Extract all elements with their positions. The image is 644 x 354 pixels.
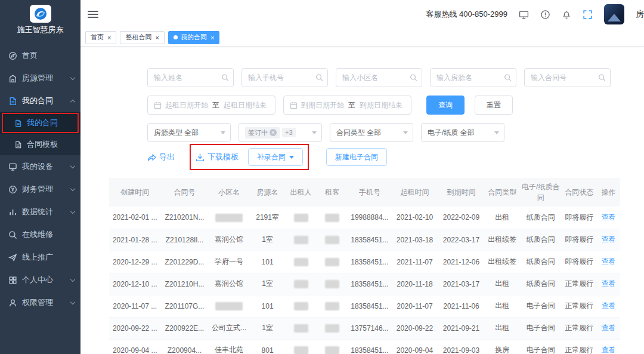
sidebar-item-label: 首页: [22, 50, 75, 61]
sidebar-item-promotion[interactable]: 线上推广: [0, 246, 80, 269]
supplement-contract-button[interactable]: 补录合同: [248, 148, 303, 166]
cell-action: 查看: [597, 339, 620, 354]
query-button[interactable]: 查询: [426, 96, 465, 115]
search-icon: [221, 74, 229, 82]
contract-type-select[interactable]: 合同类型 全部: [330, 123, 413, 142]
cell-medium: 纸质合同: [520, 229, 562, 251]
redacted-text: [294, 280, 308, 288]
view-link[interactable]: 查看: [601, 235, 615, 244]
tab-close-icon[interactable]: ×: [107, 34, 111, 41]
column-header-start: 起租时间: [391, 178, 438, 207]
redacted-text: [325, 302, 339, 310]
logo-icon: [30, 5, 51, 23]
monitor-icon[interactable]: [519, 10, 529, 20]
sidebar-item-finance[interactable]: 财务管理: [0, 178, 80, 201]
hamburger-icon[interactable]: [88, 11, 98, 18]
username-partial: 房: [636, 9, 644, 20]
tab-close-icon[interactable]: ×: [210, 34, 214, 41]
cell-type: 出租: [485, 273, 520, 295]
sidebar-item-property[interactable]: 房源管理: [0, 67, 80, 90]
redacted-text: [294, 346, 308, 354]
expiry-date-range[interactable]: 到期日期开始 至 到期日期结束: [283, 96, 411, 115]
cell-contract-no: Z200904...: [161, 339, 209, 354]
promo-icon: [8, 253, 17, 262]
cell-tenant: [317, 207, 348, 229]
fullscreen-icon[interactable]: [583, 10, 593, 20]
sidebar-item-permissions[interactable]: 权限管理: [0, 291, 80, 314]
chevron-down-icon: [70, 299, 75, 304]
chevron-down-icon: [70, 186, 75, 190]
tab-1[interactable]: 整租合同×: [120, 31, 164, 44]
cell-community: [208, 295, 250, 317]
chevron-down-icon: [70, 208, 75, 213]
cell-property: 2191室: [250, 207, 285, 229]
rent-start-date-range[interactable]: 起租日期开始 至 起租日期结束: [147, 96, 275, 115]
tag-close-icon[interactable]: ×: [270, 129, 277, 136]
sidebar-item-repair[interactable]: 在线维修: [0, 223, 80, 246]
view-link[interactable]: 查看: [601, 257, 615, 266]
property-type-select[interactable]: 房源类型 全部: [147, 123, 231, 142]
chevron-down-icon: [70, 276, 75, 281]
tab-2[interactable]: 我的合同×: [168, 31, 219, 44]
cell-medium: 电子合同: [520, 295, 562, 317]
sidebar-item-statistics[interactable]: 数据统计: [0, 201, 80, 223]
contract-status-select[interactable]: 签订中 × +3: [239, 123, 322, 142]
cell-contract-no: Z201107G...: [161, 295, 209, 317]
cell-type: 出租: [485, 317, 520, 339]
chevron-down-icon: [403, 131, 408, 137]
new-econtract-button[interactable]: 新建电子合同: [326, 148, 387, 166]
reset-button[interactable]: 重置: [475, 96, 513, 115]
view-link[interactable]: 查看: [601, 346, 615, 354]
tab-label: 我的合同: [181, 33, 207, 42]
view-link[interactable]: 查看: [601, 301, 615, 310]
contract-icon: [8, 97, 17, 106]
logo: 施王智慧房东: [0, 0, 80, 39]
cell-status: 正常履行: [562, 339, 597, 354]
view-link[interactable]: 查看: [601, 324, 615, 332]
cell-medium: 电子合同: [520, 339, 562, 354]
cell-created: 2020-12-29 ...: [109, 251, 161, 273]
table-row: 2020-11-07 ...Z201107G...10118358451...2…: [109, 295, 620, 317]
view-link[interactable]: 查看: [601, 279, 615, 288]
sidebar-item-devices[interactable]: 我的设备: [0, 155, 80, 178]
sidebar-item-home[interactable]: 首页: [0, 44, 80, 67]
sidebar-subitem-contract-templates[interactable]: 合同模板: [0, 134, 80, 155]
cell-end: 2021-12-06: [438, 251, 484, 273]
column-header-phone: 手机号: [348, 178, 391, 207]
cell-property: 1室: [250, 229, 285, 251]
tab-0[interactable]: 首页×: [85, 31, 116, 44]
hotline-text: 客服热线 400-850-2999: [426, 9, 507, 20]
sidebar-item-label: 房源管理: [22, 73, 66, 84]
redacted-text: [325, 214, 339, 222]
column-header-end: 到期时间: [438, 178, 484, 207]
content: 起租日期开始 至 起租日期结束 到期日期开始 至 到期日期结束 查询 重置: [80, 47, 644, 354]
avatar[interactable]: [604, 4, 624, 24]
cell-status: 即将履行: [562, 207, 597, 229]
cell-tenant: [317, 317, 348, 339]
cell-end: 2021-09-03: [438, 339, 484, 354]
top-bar: 客服热线 400-850-2999 房: [80, 0, 644, 29]
alert-icon[interactable]: [540, 10, 550, 20]
download-template-button[interactable]: 下载模板: [196, 152, 239, 162]
export-button[interactable]: 导出: [147, 152, 175, 162]
view-link[interactable]: 查看: [601, 213, 615, 221]
contract-medium-select[interactable]: 电子/纸质 全部: [421, 123, 504, 142]
sidebar-item-contracts[interactable]: 我的合同: [0, 90, 80, 112]
sidebar-item-personal[interactable]: 个人中心: [0, 269, 80, 291]
cell-lessor: [285, 251, 317, 273]
cell-lessor: [285, 207, 317, 229]
redacted-text: [294, 324, 308, 333]
cell-community: 佳丰北苑: [208, 339, 250, 354]
bell-icon[interactable]: [562, 10, 571, 20]
column-header-status: 合同状态: [562, 178, 597, 207]
date-start-placeholder: 起租日期开始: [165, 100, 208, 110]
column-header-property: 房源名: [250, 178, 285, 207]
cell-community: 学府一号: [208, 251, 250, 273]
sidebar-subitem-my-contracts[interactable]: 我的合同: [0, 112, 80, 134]
tab-close-icon[interactable]: ×: [155, 34, 159, 41]
cell-phone: 18358451...: [348, 229, 391, 251]
chevron-down-icon: [70, 163, 75, 168]
column-header-tenant: 租客: [317, 178, 348, 207]
cell-action: 查看: [597, 295, 620, 317]
contracts-table: 创建时间合同号小区名房源名出租人租客手机号起租时间到期时间合同类型电子/纸质合同…: [109, 178, 620, 354]
